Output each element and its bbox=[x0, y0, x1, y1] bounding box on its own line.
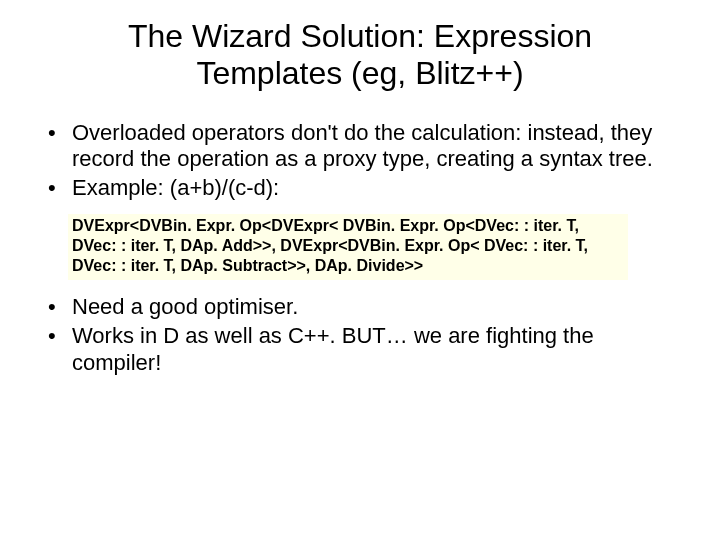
code-example: DVExpr<DVBin. Expr. Op<DVExpr< DVBin. Ex… bbox=[68, 214, 628, 280]
slide-title: The Wizard Solution: Expression Template… bbox=[40, 18, 680, 92]
bullet-list-top: Overloaded operators don't do the calcul… bbox=[44, 120, 680, 202]
list-item: Works in D as well as C++. BUT… we are f… bbox=[44, 323, 680, 377]
list-item: Example: (a+b)/(c-d): bbox=[44, 175, 680, 202]
list-item: Need a good optimiser. bbox=[44, 294, 680, 321]
list-item: Overloaded operators don't do the calcul… bbox=[44, 120, 680, 174]
bullet-list-bottom: Need a good optimiser. Works in D as wel… bbox=[44, 294, 680, 376]
